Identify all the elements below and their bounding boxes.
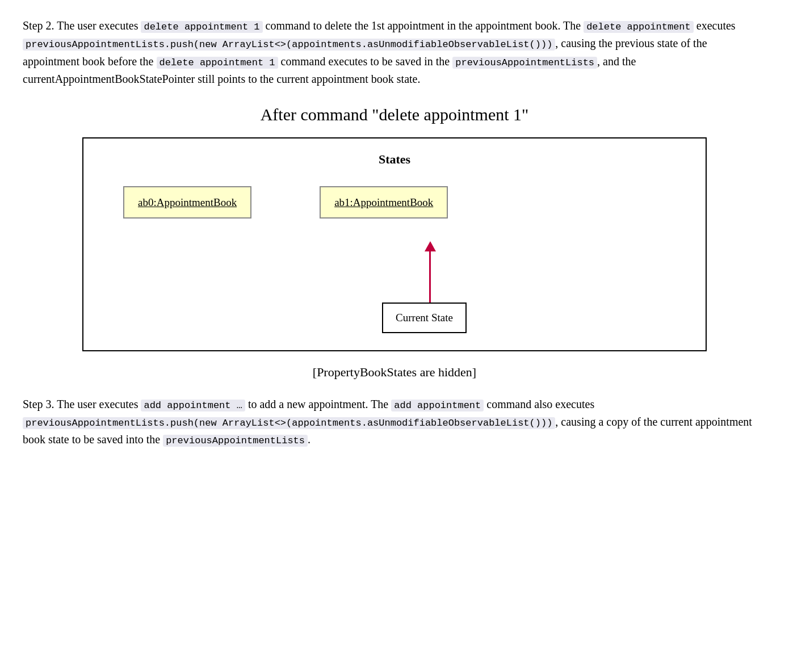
diagram-title: After command "delete appointment 1" — [23, 102, 766, 128]
states-row: ab0:AppointmentBook ab1:AppointmentBook — [100, 186, 689, 219]
diagram-header: States — [100, 150, 689, 169]
arrow-line — [425, 241, 436, 303]
para1-code1: delete appointment 1 — [141, 21, 262, 33]
arrow-section: Current State — [100, 241, 689, 333]
para2-code2: add appointment — [391, 400, 484, 411]
para1-code5: previousAppointmentLists — [452, 57, 597, 69]
diagram-container: States ab0:AppointmentBook ab1:Appointme… — [82, 137, 707, 351]
paragraph-2: Step 3. The user executes add appointmen… — [23, 396, 766, 449]
para1-text-before-code1: Step 2. The user executes — [23, 19, 141, 32]
state-box-ab0: ab0:AppointmentBook — [123, 186, 251, 219]
para2-text-after-code4: . — [308, 433, 310, 446]
arrow-head-up — [425, 241, 436, 251]
hidden-note: [PropertyBookStates are hidden] — [23, 363, 766, 382]
state-box-ab1: ab1:AppointmentBook — [320, 186, 448, 219]
para2-code3: previousAppointmentLists.push(new ArrayL… — [23, 417, 555, 429]
para2-code4: previousAppointmentLists — [163, 435, 308, 447]
para1-text-after-code1: command to delete the 1st appointment in… — [263, 19, 584, 32]
para1-code3: previousAppointmentLists.push(new ArrayL… — [23, 39, 555, 51]
para2-text-before-code1: Step 3. The user executes — [23, 398, 141, 410]
paragraph-1: Step 2. The user executes delete appoint… — [23, 17, 766, 88]
arrow-shaft — [429, 251, 431, 303]
para2-code1: add appointment … — [141, 400, 245, 411]
para2-text-after-code1: to add a new appointment. The — [245, 398, 391, 410]
para1-text-after-code4: command executes to be saved in the — [278, 55, 453, 68]
para1-code4: delete appointment 1 — [157, 57, 278, 69]
para2-text-after-code2: command also executes — [484, 398, 594, 410]
current-state-box: Current State — [382, 303, 467, 333]
para1-text-after-code2: executes — [694, 19, 736, 32]
para1-code2: delete appointment — [584, 21, 694, 33]
